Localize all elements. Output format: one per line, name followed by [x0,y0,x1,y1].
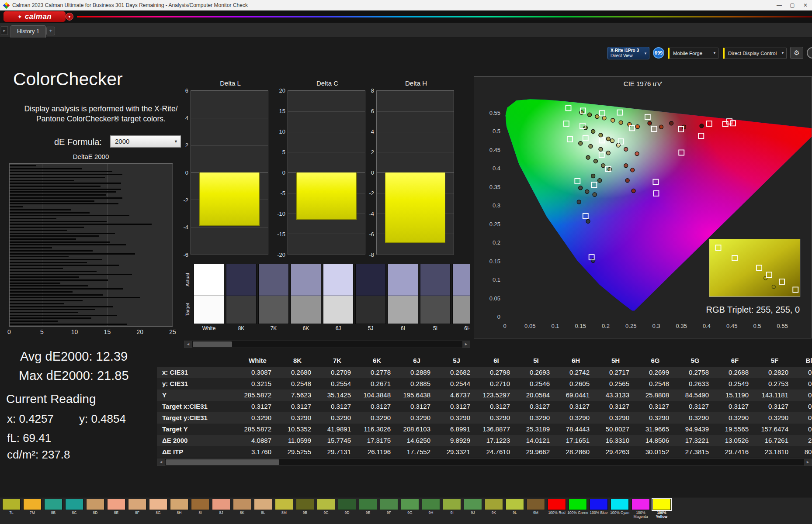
column-header: 7K [317,355,357,367]
pattern-color [107,499,125,510]
pattern-swatch-9g[interactable]: 9G [399,499,420,519]
pattern-swatch-100-magenta[interactable]: 100% Magenta [630,499,651,519]
table-scrollbar[interactable]: ◄ ► [157,458,812,466]
scrollbar-thumb[interactable] [166,459,279,465]
pattern-swatch-8j[interactable]: 8J [211,499,232,519]
tab-scroll-button[interactable]: ▸ [1,26,8,35]
pattern-swatch-9l[interactable]: 9L [504,499,525,519]
pattern-swatch-8i[interactable]: 8I [190,499,211,519]
de-bar [10,303,64,304]
pattern-swatch-8h[interactable]: 8H [169,499,190,519]
target-color [420,296,451,324]
pattern-swatch-8e[interactable]: 8E [106,499,127,519]
gridline [288,234,365,234]
pattern-swatch-8m[interactable]: 8M [274,499,295,519]
chevron-down-icon: ▼ [713,48,716,59]
colorchecker-swatch-6h[interactable]: 6H [452,264,470,331]
table-cell: 28.2860 [556,446,596,458]
target-color [323,296,354,324]
axis-tick-label: 0.35 [676,323,687,329]
pattern-swatch-8k[interactable]: 8K [232,499,253,519]
pattern-swatch-100-green[interactable]: 100% Green [567,499,588,519]
add-tab-button[interactable]: + [46,27,55,35]
cie-title: CIE 1976 u'v' [474,77,812,90]
main-menu-button[interactable]: ▼ [66,13,73,21]
colorchecker-swatch-6k[interactable]: 6K [291,264,321,331]
colorchecker-swatch-8k[interactable]: 8K [226,264,257,331]
table-cell: 0.2502 [795,378,812,390]
measurement-point [586,155,590,159]
pattern-swatch-8d[interactable]: 8D [85,499,106,519]
de-bar [10,206,23,207]
pattern-swatch-9d[interactable]: 9D [337,499,357,519]
scrollbar-track[interactable] [192,341,462,348]
axis-tick-label: 0.2 [602,323,610,329]
scrollbar-track[interactable] [165,459,804,465]
pattern-swatch-9k[interactable]: 9K [483,499,504,519]
colorchecker-swatch-6i[interactable]: 6I [388,264,418,331]
pattern-swatch-9e[interactable]: 9E [357,499,378,519]
table-cell: 0.3290 [357,412,397,424]
colorchecker-swatch-7k[interactable]: 7K [258,264,289,331]
display-control-label: Direct Display Control [728,51,777,56]
pattern-swatch-8c[interactable]: 8C [64,499,85,519]
pattern-swatch-8f[interactable]: 8F [127,499,148,519]
pattern-swatch-7m[interactable]: 7M [22,499,43,519]
tab-history-1[interactable]: History 1 [10,25,46,38]
pattern-swatch-100-cyan[interactable]: 100% Cyan [609,499,630,519]
gridline [191,254,268,255]
pattern-swatch-9c[interactable]: 9C [316,499,337,519]
pattern-swatch-100-blue[interactable]: 100% Blue [588,499,609,519]
maximize-button[interactable]: ▢ [786,0,799,10]
colorchecker-swatch-5j[interactable]: 5J [355,264,386,331]
scroll-right-icon[interactable]: ► [804,459,812,465]
scroll-left-icon[interactable]: ◄ [184,341,192,348]
y-tick-label: 4 [371,128,374,135]
scroll-right-icon[interactable]: ► [462,341,470,348]
y-tick-label: -20 [277,252,285,258]
table-row: y: CIE310.32150.25480.25540.26710.28850.… [157,378,812,390]
pattern-swatch-9h[interactable]: 9H [420,499,441,519]
pattern-swatch-9m[interactable]: 9M [525,499,546,519]
gridline [288,132,365,132]
display-control-dropdown[interactable]: Direct Display Control ▼ [723,48,787,59]
fl-reading: fL: 69.41 [7,431,51,445]
gear-icon[interactable]: ⚙ [790,47,803,59]
scroll-left-icon[interactable]: ◄ [157,459,165,465]
pattern-swatch-9i[interactable]: 9I [441,499,462,519]
swatch-strip-scrollbar[interactable]: ◄ ► [184,341,470,348]
pattern-swatch-8g[interactable]: 8G [148,499,169,519]
table-cell: 0.2709 [317,367,357,378]
column-header: 5I [516,355,556,367]
close-button[interactable]: ✕ [799,0,812,10]
pattern-swatch-100-red[interactable]: 100% Red [546,499,567,519]
pattern-swatch-8l[interactable]: 8L [253,499,274,519]
minimize-button[interactable]: — [773,0,786,10]
de-formula-select[interactable]: 2000 ▼ [110,135,181,148]
pattern-swatch-9f[interactable]: 9F [378,499,399,519]
pattern-swatch-100-yellow[interactable]: 100% Yellow [651,499,672,519]
target-row-label: Target [185,296,190,323]
y-tick-label: 10 [279,128,285,135]
pattern-swatch-7l[interactable]: 7L [1,499,22,519]
pattern-swatch-9b[interactable]: 9B [295,499,316,519]
source-dropdown[interactable]: Mobile Forge ▼ [668,48,718,59]
source-label: Mobile Forge [673,51,702,56]
calman-logo-button[interactable]: ✦ calman [3,11,66,22]
account-button[interactable] [807,47,812,59]
table-cell: 0.3127 [675,401,715,412]
pattern-swatch-8b[interactable]: 8B [43,499,64,519]
de-bar [10,238,76,240]
colorchecker-swatch-6j[interactable]: 6J [323,264,354,331]
delta_c-bar [296,172,356,220]
de-bar [10,262,87,263]
colorchecker-swatch-white[interactable]: White [194,264,224,331]
meter-dropdown[interactable]: X-Rite i1Pro 3 Direct View ▼ [607,47,649,59]
scrollbar-thumb[interactable] [193,341,232,347]
window-title: Calman 2023 Calman Ultimate for Business… [12,2,248,8]
x-tick-label: 10 [71,328,78,335]
pattern-swatch-9j[interactable]: 9J [462,499,483,519]
table-cell: 0.3290 [317,412,357,424]
table-cell: 0.2565 [596,378,635,390]
colorchecker-swatch-5i[interactable]: 5I [420,264,451,331]
